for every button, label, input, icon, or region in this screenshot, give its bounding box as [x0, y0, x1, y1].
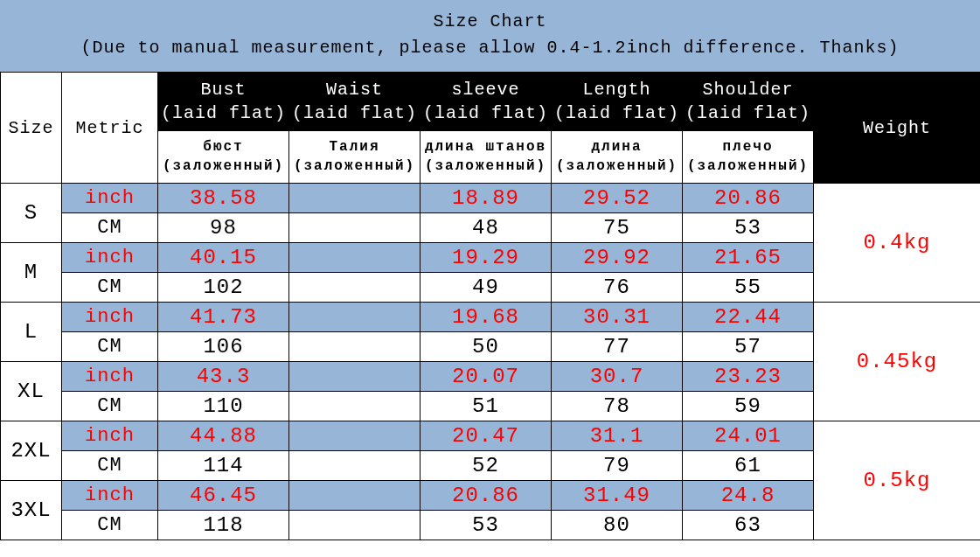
cell-length: 77	[552, 332, 683, 362]
size-label: 2XL	[1, 421, 62, 481]
cell-length: 30.7	[552, 362, 683, 392]
cell-waist	[289, 421, 420, 451]
table-row: L inch 41.73 19.68 30.31 22.44 0.45kg	[1, 303, 981, 332]
weight-cell: 0.5kg	[814, 421, 981, 540]
cell-bust: 41.73	[158, 303, 289, 332]
cell-bust: 40.15	[158, 243, 289, 273]
table-row: S inch 38.58 18.89 29.52 20.86 0.4kg	[1, 184, 981, 213]
table-row: 2XL inch 44.88 20.47 31.1 24.01 0.5kg	[1, 421, 981, 451]
header-weight: Weight	[814, 73, 981, 184]
cell-shoulder: 53	[683, 213, 814, 243]
cell-waist	[289, 273, 420, 303]
size-label: XL	[1, 362, 62, 421]
size-chart-container: Size Chart (Due to manual measurement, p…	[0, 0, 980, 540]
header-sleeve-ru: длина штанов (заложенный)	[420, 131, 552, 184]
header-metric: Metric	[62, 73, 158, 184]
cell-sleeve: 52	[420, 451, 552, 481]
cell-shoulder: 24.01	[683, 421, 814, 451]
cell-bust: 110	[158, 392, 289, 421]
subtitle: (Due to manual measurement, please allow…	[3, 35, 977, 61]
cell-waist	[289, 213, 420, 243]
cell-waist	[289, 243, 420, 273]
header-waist: Waist (laid flat)	[289, 73, 420, 131]
cell-sleeve: 53	[420, 511, 552, 540]
cell-sleeve: 49	[420, 273, 552, 303]
cell-sleeve: 20.07	[420, 362, 552, 392]
cell-bust: 106	[158, 332, 289, 362]
cell-length: 79	[552, 451, 683, 481]
cell-shoulder: 20.86	[683, 184, 814, 213]
header-shoulder: Shoulder (laid flat)	[683, 73, 814, 131]
cell-waist	[289, 362, 420, 392]
cell-bust: 43.3	[158, 362, 289, 392]
metric-label: CM	[62, 511, 158, 540]
metric-label: CM	[62, 273, 158, 303]
cell-bust: 102	[158, 273, 289, 303]
cell-waist	[289, 511, 420, 540]
size-label: M	[1, 243, 62, 303]
size-label: S	[1, 184, 62, 243]
header-row-en: Size Metric Bust (laid flat) Waist (laid…	[1, 73, 981, 131]
metric-label: inch	[62, 303, 158, 332]
metric-label: CM	[62, 392, 158, 421]
cell-shoulder: 55	[683, 273, 814, 303]
cell-sleeve: 18.89	[420, 184, 552, 213]
cell-sleeve: 20.86	[420, 481, 552, 511]
cell-shoulder: 23.23	[683, 362, 814, 392]
cell-bust: 44.88	[158, 421, 289, 451]
metric-label: inch	[62, 184, 158, 213]
cell-length: 31.1	[552, 421, 683, 451]
cell-length: 29.52	[552, 184, 683, 213]
header-size: Size	[1, 73, 62, 184]
cell-bust: 98	[158, 213, 289, 243]
cell-length: 76	[552, 273, 683, 303]
cell-waist	[289, 451, 420, 481]
cell-bust: 114	[158, 451, 289, 481]
header-sleeve: sleeve (laid flat)	[420, 73, 552, 131]
cell-shoulder: 24.8	[683, 481, 814, 511]
cell-sleeve: 50	[420, 332, 552, 362]
header-bust: Bust (laid flat)	[158, 73, 289, 131]
cell-waist	[289, 392, 420, 421]
cell-waist	[289, 303, 420, 332]
weight-cell: 0.4kg	[814, 184, 981, 303]
cell-length: 78	[552, 392, 683, 421]
cell-length: 31.49	[552, 481, 683, 511]
cell-shoulder: 59	[683, 392, 814, 421]
cell-length: 75	[552, 213, 683, 243]
cell-shoulder: 21.65	[683, 243, 814, 273]
header-length: Length (laid flat)	[552, 73, 683, 131]
cell-length: 30.31	[552, 303, 683, 332]
weight-cell: 0.45kg	[814, 303, 981, 421]
cell-shoulder: 63	[683, 511, 814, 540]
size-label: 3XL	[1, 481, 62, 540]
cell-sleeve: 48	[420, 213, 552, 243]
cell-waist	[289, 481, 420, 511]
cell-bust: 46.45	[158, 481, 289, 511]
cell-waist	[289, 184, 420, 213]
cell-sleeve: 19.68	[420, 303, 552, 332]
title-block: Size Chart (Due to manual measurement, p…	[0, 0, 980, 72]
cell-bust: 38.58	[158, 184, 289, 213]
cell-sleeve: 51	[420, 392, 552, 421]
cell-bust: 118	[158, 511, 289, 540]
cell-shoulder: 61	[683, 451, 814, 481]
cell-waist	[289, 332, 420, 362]
metric-label: CM	[62, 451, 158, 481]
size-label: L	[1, 303, 62, 362]
cell-length: 80	[552, 511, 683, 540]
cell-sleeve: 19.29	[420, 243, 552, 273]
metric-label: inch	[62, 362, 158, 392]
metric-label: inch	[62, 421, 158, 451]
header-length-ru: длина (заложенный)	[552, 131, 683, 184]
metric-label: CM	[62, 332, 158, 362]
header-bust-ru: бюст (заложенный)	[158, 131, 289, 184]
cell-shoulder: 57	[683, 332, 814, 362]
cell-sleeve: 20.47	[420, 421, 552, 451]
cell-length: 29.92	[552, 243, 683, 273]
metric-label: CM	[62, 213, 158, 243]
metric-label: inch	[62, 243, 158, 273]
header-shoulder-ru: плечо (заложенный)	[683, 131, 814, 184]
size-chart-table: Size Metric Bust (laid flat) Waist (laid…	[0, 72, 980, 540]
metric-label: inch	[62, 481, 158, 511]
